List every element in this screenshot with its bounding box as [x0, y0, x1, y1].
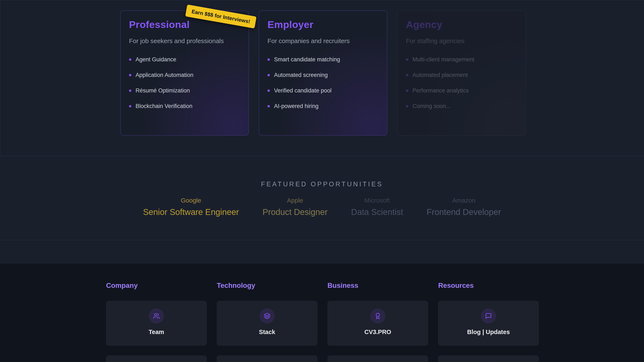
- plan-feature-label: Coming soon...: [412, 103, 451, 109]
- plans-section: Earn $$$ for Interviews! Professional Fo…: [0, 0, 644, 156]
- featured-opportunities-heading: FEATURED OPPORTUNITIES: [0, 181, 644, 188]
- footer-card-team[interactable]: Team: [106, 301, 207, 346]
- featured-opportunities-section: FEATURED OPPORTUNITIES Google Senior Sof…: [0, 156, 644, 240]
- bullet-dot-icon: [268, 74, 270, 76]
- footer-grid: Company Team Technology Stack: [106, 282, 644, 362]
- footer-card-blog[interactable]: Blog | Updates: [438, 301, 539, 346]
- plan-card-content: Employer For companies and recruiters Sm…: [268, 19, 378, 109]
- plan-feature-label: Performance analytics: [412, 87, 469, 94]
- plan-feature: Smart candidate matching: [268, 56, 378, 63]
- plan-feature-label: Application Automation: [136, 72, 194, 78]
- bullet-dot-icon: [406, 74, 408, 76]
- message-square-icon: [481, 308, 496, 324]
- footer-card-cv3pro[interactable]: CV3.PRO: [328, 301, 428, 346]
- featured-job-google[interactable]: Google Senior Software Engineer: [143, 197, 239, 217]
- plan-card-content: Agency For staffing agencies Multi-clien…: [406, 19, 517, 109]
- plan-feature: Performance analytics: [406, 87, 517, 94]
- job-company: Amazon: [426, 197, 501, 204]
- plan-feature: Coming soon...: [406, 103, 517, 109]
- footer-card-stack[interactable]: Stack: [217, 301, 317, 346]
- bullet-dot-icon: [268, 90, 270, 92]
- featured-job-microsoft[interactable]: Microsoft Data Scientist: [351, 197, 403, 217]
- plan-feature: Verified candidate pool: [268, 87, 378, 94]
- bullet-dot-icon: [268, 105, 270, 107]
- plan-feature: Automated screening: [268, 72, 378, 78]
- plan-subtitle: For job seekers and professionals: [129, 37, 240, 44]
- plan-feature: AI-powered hiring: [268, 103, 378, 109]
- plan-feature-list: Multi-client management Automated placem…: [406, 56, 517, 109]
- plan-feature-list: Agent Guidance Application Automation Ré…: [129, 56, 240, 109]
- job-company: Apple: [262, 197, 328, 204]
- plan-title: Agency: [406, 19, 517, 30]
- bullet-dot-icon: [129, 105, 131, 107]
- plan-feature-label: Agent Guidance: [136, 56, 176, 63]
- plan-feature-list: Smart candidate matching Automated scree…: [268, 56, 378, 109]
- plan-feature: Multi-client management: [406, 56, 517, 63]
- bullet-dot-icon: [406, 58, 408, 61]
- plan-feature-label: Blockchain Verification: [136, 103, 192, 109]
- footer-column-resources: Resources Blog | Updates: [438, 282, 539, 362]
- footer-card-partial[interactable]: [438, 356, 539, 362]
- plan-feature: Blockchain Verification: [129, 103, 240, 109]
- plans-row: Professional For job seekers and profess…: [120, 10, 526, 136]
- footer-heading-company: Company: [106, 282, 207, 290]
- bullet-dot-icon: [129, 58, 131, 61]
- featured-job-amazon[interactable]: Amazon Frontend Developer: [426, 197, 501, 217]
- footer-card-label: Stack: [259, 329, 275, 336]
- plan-subtitle: For staffing agencies: [406, 37, 517, 44]
- bullet-dot-icon: [268, 58, 270, 61]
- footer-card-label: CV3.PRO: [364, 329, 391, 336]
- job-company: Microsoft: [351, 197, 403, 204]
- footer-column-technology: Technology Stack: [217, 282, 317, 362]
- featured-jobs-carousel: Google Senior Software Engineer Apple Pr…: [0, 197, 644, 217]
- plan-card-content: Professional For job seekers and profess…: [129, 19, 240, 109]
- featured-job-apple[interactable]: Apple Product Designer: [262, 197, 328, 217]
- job-title: Data Scientist: [351, 207, 403, 217]
- plan-feature: Application Automation: [129, 72, 240, 78]
- award-icon: [370, 308, 385, 324]
- footer-heading-technology: Technology: [217, 282, 317, 290]
- plan-feature-label: Automated screening: [274, 72, 328, 78]
- plan-feature-label: Verified candidate pool: [274, 87, 332, 94]
- footer-card-partial[interactable]: [328, 356, 428, 362]
- plan-feature-label: AI-powered hiring: [274, 103, 319, 109]
- job-title: Frontend Developer: [426, 207, 501, 217]
- footer-card-label: Blog | Updates: [467, 329, 510, 336]
- plan-subtitle: For companies and recruiters: [268, 37, 378, 44]
- plan-feature-label: Automated placement: [412, 72, 468, 78]
- plan-feature-label: Multi-client management: [412, 56, 474, 63]
- footer-card-label: Team: [148, 329, 164, 336]
- footer-column-business: Business CV3.PRO: [328, 282, 428, 362]
- footer-heading-business: Business: [328, 282, 428, 290]
- site-footer: Company Team Technology Stack: [0, 264, 644, 362]
- plan-feature: Résumé Optimization: [129, 87, 240, 94]
- plan-feature: Agent Guidance: [129, 56, 240, 63]
- plan-title: Employer: [268, 19, 378, 30]
- bullet-dot-icon: [406, 90, 408, 92]
- job-title: Product Designer: [262, 207, 328, 217]
- bullet-dot-icon: [406, 105, 408, 107]
- plan-feature-label: Smart candidate matching: [274, 56, 340, 63]
- plan-feature: Automated placement: [406, 72, 517, 78]
- plan-feature-label: Résumé Optimization: [136, 87, 190, 94]
- job-title: Senior Software Engineer: [143, 207, 239, 217]
- footer-card-partial[interactable]: [217, 356, 317, 362]
- page: Earn $$$ for Interviews! Professional Fo…: [0, 0, 644, 156]
- users-icon: [149, 308, 164, 324]
- job-company: Google: [143, 197, 239, 204]
- plan-card-employer[interactable]: Employer For companies and recruiters Sm…: [259, 10, 387, 136]
- layers-icon: [260, 308, 275, 324]
- bullet-dot-icon: [129, 90, 131, 92]
- footer-column-company: Company Team: [106, 282, 207, 362]
- plan-card-professional[interactable]: Professional For job seekers and profess…: [120, 10, 249, 136]
- footer-card-partial[interactable]: [106, 356, 207, 362]
- footer-heading-resources: Resources: [438, 282, 539, 290]
- plan-card-agency: Agency For staffing agencies Multi-clien…: [397, 10, 526, 136]
- bullet-dot-icon: [129, 74, 131, 76]
